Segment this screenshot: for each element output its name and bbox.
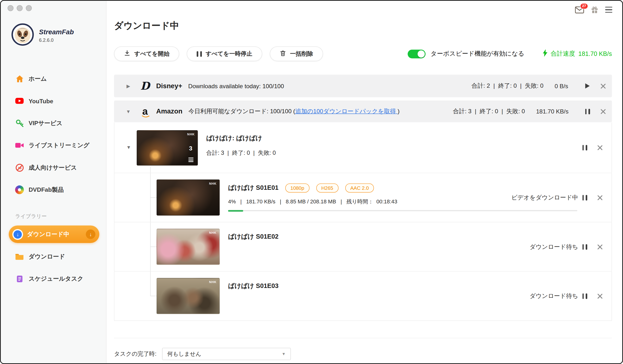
- episode-row: NHK ばけばけ S01E03 ダウンロード待ち: [114, 271, 612, 321]
- gift-icon[interactable]: [591, 6, 599, 14]
- turbo-section: ターボスピード機能が有効になる: [408, 49, 524, 58]
- group-info: Downloads available today: 100/100: [188, 83, 284, 89]
- youtube-icon: [14, 96, 24, 106]
- pause-button[interactable]: [585, 109, 590, 114]
- episode-thumbnail[interactable]: NHK: [156, 229, 220, 265]
- disney-logo-icon: D: [138, 81, 152, 91]
- episode-thumbnail[interactable]: NHK: [156, 180, 220, 216]
- total-speed-label: 合計速度: [551, 50, 575, 58]
- sidebar-item-label: ホーム: [29, 75, 47, 82]
- episode-title: ばけばけ S01E03: [228, 282, 278, 290]
- schedule-task-icon: [14, 274, 24, 284]
- close-window-button[interactable]: [7, 5, 14, 11]
- resolution-badge: 1080p: [285, 183, 309, 193]
- toolbar: すべてを開始 すべてを一時停止 一括削除 ターボスピード機能が有効になる: [114, 46, 612, 61]
- turbo-toggle[interactable]: [408, 49, 425, 58]
- close-icon[interactable]: [597, 195, 603, 200]
- sidebar-item-label: YouTube: [29, 97, 53, 104]
- streamfab-logo-icon: [11, 23, 34, 48]
- task-completion-dropdown[interactable]: 何もしません ▼: [162, 348, 290, 360]
- chevron-down-icon: ▼: [282, 352, 286, 356]
- sidebar-item-label: ダウンロード: [29, 253, 65, 260]
- sidebar-item-label: VIPサービス: [29, 119, 63, 127]
- nhk-watermark: NHK: [209, 280, 217, 284]
- task-completion-footer: タスクの完了時: 何もしません ▼: [114, 338, 612, 360]
- start-all-label: すべてを開始: [134, 50, 169, 58]
- sidebar-item-home[interactable]: ホーム: [1, 67, 106, 90]
- download-groups: ▶ D Disney+ Downloads available today: 1…: [114, 75, 612, 321]
- episode-status: ダウンロード待ち: [530, 243, 578, 251]
- page-title: ダウンロード中: [114, 20, 622, 32]
- episode-status: ビデオをダウンロード中: [512, 194, 578, 201]
- close-icon[interactable]: [601, 109, 606, 114]
- pause-button[interactable]: [582, 293, 587, 299]
- maximize-window-button[interactable]: [26, 5, 32, 11]
- series-title: ばけばけ: ばけばけ: [206, 134, 262, 142]
- dropdown-value: 何もしません: [167, 350, 201, 357]
- delete-all-button[interactable]: 一括削除: [270, 46, 323, 61]
- group-speed: 0 B/s: [555, 83, 568, 89]
- group-name: Amazon: [156, 107, 182, 115]
- sidebar-item-live-streaming[interactable]: ライブストリーミング: [1, 134, 106, 156]
- sidebar-item-adult-service[interactable]: 18 成人向けサービス: [1, 156, 106, 179]
- downloading-count-icon: ↓: [86, 229, 95, 239]
- pause-button[interactable]: [582, 244, 587, 250]
- svg-text:18: 18: [18, 166, 22, 170]
- pause-button[interactable]: [582, 145, 587, 150]
- pause-button[interactable]: [582, 195, 587, 200]
- pause-all-button[interactable]: すべてを一時停止: [187, 46, 262, 61]
- series-thumbnail[interactable]: NHK 3: [137, 130, 198, 166]
- sidebar-item-downloading[interactable]: ↓ ダウンロード中 ↓: [9, 226, 99, 243]
- dvdfab-icon: [14, 185, 24, 195]
- group-header-disney: ▶ D Disney+ Downloads available today: 1…: [114, 75, 612, 97]
- group-info: 今日利用可能なダウンロード: 100/100 (追加の100ダウンロードパックを…: [188, 108, 400, 115]
- nhk-watermark: NHK: [187, 133, 195, 136]
- episode-title: ばけばけ S01E02: [228, 233, 278, 241]
- home-icon: [14, 73, 24, 84]
- close-icon[interactable]: [597, 145, 603, 150]
- app-version: 6.2.6.0: [39, 37, 74, 43]
- sidebar-item-label: 成人向けサービス: [29, 164, 77, 171]
- episode-title: ばけばけ S01E01: [228, 184, 278, 192]
- amazon-logo-icon: a: [138, 107, 152, 116]
- episode-row: NHK ばけばけ S01E01 1080p H265 AAC 2.0 4% | …: [114, 173, 612, 222]
- amazon-download-card: ▼ NHK 3 ばけばけ: ばけばけ 合計: 3 | 終了: 0 | 失敗: 0: [114, 122, 612, 321]
- sidebar-nav: ホーム YouTube VIPサービス ライブストリーミング: [1, 67, 106, 201]
- window-controls: [1, 1, 106, 11]
- trash-icon: [280, 50, 286, 58]
- minimize-window-button[interactable]: [17, 5, 23, 11]
- episode-count-badge: 3: [189, 145, 192, 152]
- brand: StreamFab 6.2.6.0: [11, 23, 106, 48]
- series-row: ▼ NHK 3 ばけばけ: ばけばけ 合計: 3 | 終了: 0 | 失敗: 0: [114, 122, 612, 173]
- sidebar: StreamFab 6.2.6.0 ホーム YouTube: [1, 1, 107, 363]
- close-icon[interactable]: [601, 83, 606, 89]
- episode-progress-fill: [228, 210, 243, 212]
- sidebar-item-label: スケジュールタスク: [29, 275, 83, 283]
- mail-count-badge: 27: [580, 3, 588, 9]
- audio-badge: AAC 2.0: [345, 183, 374, 193]
- mail-icon[interactable]: 27: [575, 6, 584, 13]
- play-button[interactable]: [585, 83, 590, 89]
- menu-icon[interactable]: [605, 7, 612, 13]
- total-speed: 合計速度 181.70 KB/s: [542, 49, 612, 59]
- sidebar-item-youtube[interactable]: YouTube: [1, 90, 106, 112]
- sidebar-item-dvdfab[interactable]: DVDFab製品: [1, 179, 106, 201]
- sidebar-item-downloads[interactable]: ダウンロード: [1, 245, 106, 268]
- get-download-pack-link[interactable]: 追加の100ダウンロードパックを取得: [295, 108, 398, 114]
- collapse-arrow-icon[interactable]: ▼: [126, 145, 131, 150]
- collapse-arrow-icon[interactable]: ▼: [124, 109, 132, 114]
- sidebar-item-label: DVDFab製品: [29, 186, 64, 194]
- nhk-watermark: NHK: [209, 182, 217, 185]
- close-icon[interactable]: [597, 293, 603, 299]
- episode-thumbnail[interactable]: NHK: [156, 278, 220, 314]
- expand-arrow-icon[interactable]: ▶: [124, 83, 132, 89]
- sidebar-item-vip[interactable]: VIPサービス: [1, 112, 106, 134]
- top-icons: 27: [575, 6, 612, 14]
- sidebar-item-schedule-task[interactable]: スケジュールタスク: [1, 268, 106, 290]
- start-all-button[interactable]: すべてを開始: [114, 46, 179, 61]
- close-icon[interactable]: [597, 244, 603, 250]
- live-streaming-icon: [14, 140, 24, 150]
- pause-icon: [197, 51, 201, 57]
- main-panel: 27 ダウンロード中 すべてを開始 すべてを一時停止: [107, 1, 622, 363]
- series-stats: 合計: 3 | 終了: 0 | 失敗: 0: [206, 149, 276, 157]
